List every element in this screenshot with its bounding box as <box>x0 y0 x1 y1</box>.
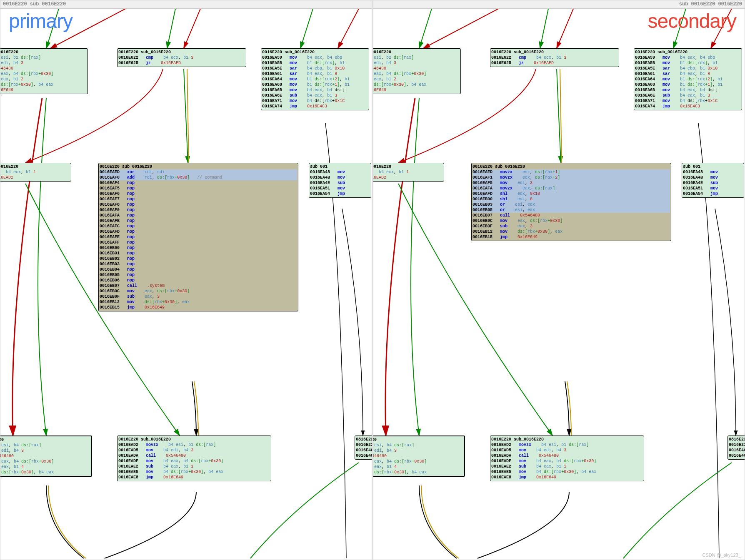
asm-row: 0016EAE8 jmp 0x16E649 <box>491 475 643 480</box>
asm-row: 0016EA4E sub <box>310 180 370 186</box>
primary-label: primary <box>9 10 72 32</box>
node-title: b_0016E220 <box>0 50 87 55</box>
asm-row: 0016EB07 call 0x546480 <box>472 213 670 218</box>
node-top-left[interactable]: b_0016E220b4 esi, b2 ds:[rax]b4 edi, b4 … <box>0 48 88 94</box>
asm-row: b4 ds:[rbx+0x30], b4 eax <box>373 82 460 87</box>
asm-row: 0016EB04 nop <box>100 267 297 272</box>
node-cmp[interactable]: 0016E220 sub_0016E2200016E622 cmp b4 ecx… <box>117 48 246 67</box>
asm-row: 0016EA61 sar b4 eax, b1 8 <box>262 71 368 77</box>
asm-row: 0016E220 <box>729 442 745 448</box>
node-cmp[interactable]: 0016E220 sub_0016E2200016E622 cmp b4 ecx… <box>490 48 619 67</box>
asm-row: b4 eax, b4 ds:[rbx+0x30] <box>373 459 463 464</box>
asm-row: 0016EAD5 mov b4 edi, b4 3 <box>491 448 643 453</box>
asm-row: 0016EA54 jmp <box>310 191 370 197</box>
node-top-right[interactable]: 0016E220 sub_0016E2200016EA59 mov b4 eax… <box>634 48 742 110</box>
asm-row: 0016EAE2 sub b4 eax, b1 1 <box>491 464 643 469</box>
asm-row: b4 eax, b4 ds:[rbx+0x30] <box>0 459 90 464</box>
asm-row: 0016EA48 mov <box>310 169 370 175</box>
asm-row: 0016EB12 mov ds:[rbx+0x30], eax <box>472 229 670 234</box>
node-title: 0016E220 sub_0016E220 <box>118 50 245 55</box>
asm-row: 0016EAFD nop <box>100 229 297 234</box>
asm-row: b4 ds:[rbx+0x30], b4 eax <box>373 470 463 475</box>
asm-row: 0016EA74 jmp 0x16E4C3 <box>635 104 741 109</box>
node-title: b_0016E220 <box>373 164 443 169</box>
asm-row: 0016EA5B mov b1 ds:[rdx], b1 <box>635 60 741 66</box>
node-title: E220 <box>373 437 463 443</box>
primary-pane[interactable]: 0016E220 sub_0016E220 primary <box>0 0 372 560</box>
asm-row: 0016EB15 jmp 0x16E649 <box>472 234 670 240</box>
node-bot-right[interactable]: 0816E2200016E220 0016E4C3 0016E4C5 <box>355 436 372 460</box>
asm-row: 0016E4C5 <box>729 453 745 458</box>
node-mid-left[interactable]: b_0016E220p b4 ecx, b1 10x16EAD2 <box>373 163 444 182</box>
node-center-secondary[interactable]: 0016E220 sub_0016E2200016EAED movzx esi,… <box>471 163 671 241</box>
asm-row: 0016EAFC nop <box>100 224 297 229</box>
node-mid-right[interactable]: sub_0010016EA48 mov 0016EA4B mov 0016EA4… <box>682 163 744 198</box>
asm-row: 0016EA5B mov b1 ds:[rdx], b1 <box>262 60 368 66</box>
asm-row: 0x16EAD2 <box>373 175 443 180</box>
node-top-right[interactable]: 0016E220 sub_0016E2200016EA59 mov b4 eax… <box>261 48 369 110</box>
asm-row: 0016EA59 mov b4 eax, b4 ebp <box>635 55 741 60</box>
node-title: 0016E220 sub_0016E220 <box>472 164 670 169</box>
node-title: 0816E220 <box>729 437 745 442</box>
asm-row: 0016EA4E sub <box>683 180 743 186</box>
node-bot-left[interactable]: E220b4 esi, b4 ds:[rax]b4 edi, b4 30x546… <box>0 436 92 477</box>
secondary-pane[interactable]: sub_0016E220 0016E220 secondary b_0016E2 <box>373 0 745 560</box>
asm-row: 0016EAFA movzx eax, ds:[rax] <box>472 186 670 191</box>
asm-row: 0016EAD2 movzx b4 esi, b1 ds:[rax] <box>491 442 643 448</box>
asm-row: 0016EB0C mov eax, ds:[rbx+0x30] <box>100 289 297 294</box>
asm-row: 0016EA6B mov b4 eax, b4 ds:[ <box>262 87 368 93</box>
node-mid-left[interactable]: b_0016E220p b4 ecx, b1 10x16EAD2 <box>0 163 71 182</box>
node-title: 0016E220 sub_0016E220 <box>262 50 368 55</box>
asm-row: 0016EADF mov b4 eax, b4 ds:[rbx+0x30] <box>118 458 270 464</box>
asm-row: 0x546480 <box>373 66 460 71</box>
asm-row: 0016EAF1 movzx edx, ds:[rax+2] <box>472 175 670 180</box>
asm-row: 0016EB12 mov ds:[rbx+0x30], eax <box>100 299 297 305</box>
asm-row: 0016EA4B mov <box>683 175 743 180</box>
asm-row: b4 edi, b4 3 <box>373 60 460 66</box>
secondary-canvas[interactable]: b_0016E220b4 esi, b2 ds:[rax]b4 edi, b4 … <box>373 9 745 560</box>
node-bot-left[interactable]: E220b4 esi, b4 ds:[rax]b4 edi, b4 30x546… <box>373 436 465 477</box>
asm-row: 0016EAF5 nop <box>100 186 297 191</box>
asm-row: 0016EB15 jmp 0x16E649 <box>100 305 297 310</box>
asm-row: 0016EB07 call .system <box>100 283 297 289</box>
asm-row: b4 eax, b1 2 <box>0 77 87 82</box>
asm-row: 0016EAF5 mov edi, 3 <box>472 180 670 186</box>
asm-row: 0016EAD5 mov b4 edi, b4 3 <box>118 448 270 453</box>
asm-row: 0016EB00 nop <box>100 245 297 251</box>
node-title: 0016E220 sub_0016E220 <box>118 437 270 442</box>
node-bot-right[interactable]: 0816E2200016E220 0016E4C3 0016E4C5 <box>728 436 745 460</box>
node-title: 0016E220 sub_0016E220 <box>491 437 643 442</box>
asm-row: 0016EA61 sar b4 eax, b1 8 <box>635 71 741 77</box>
asm-row: 0016EA48 mov <box>683 169 743 175</box>
node-title: sub_001 <box>683 164 743 169</box>
asm-row: 0016E4C3 <box>356 448 372 453</box>
asm-row: 0016E4C5 <box>356 453 372 458</box>
asm-row: 0016EA6E sub b4 eax, b1 3 <box>635 93 741 98</box>
node-title: 0016E220 sub_0016E220 <box>491 50 618 55</box>
asm-row: 0016EB02 nop <box>100 256 297 261</box>
node-title: 0016E220 sub_0016E220 <box>100 164 297 169</box>
node-title: 0016E220 sub_0016E220 <box>635 50 741 55</box>
asm-row: 0016EA68 mov b1 ds:[rdx+1], b1 <box>262 82 368 87</box>
node-bot-mid[interactable]: 0016E220 sub_0016E2200016EAD2 movzx b4 e… <box>490 436 644 481</box>
asm-row: 0016EA71 mov b4 ds:[rbx+0x1C <box>262 98 368 104</box>
asm-row: 0x16E649 <box>0 87 87 93</box>
asm-row: 0x16EAD2 <box>0 175 70 180</box>
asm-row: 0016EAFB nop <box>100 218 297 224</box>
asm-row: p b4 ecx, b1 1 <box>0 169 70 175</box>
asm-row: b4 eax, b4 ds:[rbx+0x30] <box>373 71 460 77</box>
asm-row: 0016EAFF nop <box>100 240 297 245</box>
asm-row: 0016E625 jz 0x16EAED <box>118 60 245 66</box>
primary-canvas[interactable]: b_0016E220b4 esi, b2 ds:[rax]b4 edi, b4 … <box>0 9 372 560</box>
asm-row: 0016EB06 nop <box>100 278 297 283</box>
node-center-primary[interactable]: 0016E220 sub_0016E2200016EAED xor rdi, r… <box>98 163 298 311</box>
asm-row: 0016EB01 nop <box>100 251 297 256</box>
node-bot-mid[interactable]: 0016E220 sub_0016E2200016EAD2 movzx b4 e… <box>117 436 271 481</box>
asm-row: 0016EA64 mov b1 ds:[rdx+2], b1 <box>635 77 741 82</box>
asm-row: 0016EAE8 jmp 0x16E649 <box>118 475 270 480</box>
node-mid-right[interactable]: sub_0010016EA48 mov 0016EA4B mov 0016EA4… <box>309 163 371 198</box>
node-top-left[interactable]: b_0016E220b4 esi, b2 ds:[rax]b4 edi, b4 … <box>373 48 461 94</box>
asm-row: 0x546480 <box>0 453 90 459</box>
asm-row: 0016E622 cmp b4 ecx, b1 3 <box>491 55 618 60</box>
asm-row: b4 esi, b4 ds:[rax] <box>0 443 90 448</box>
